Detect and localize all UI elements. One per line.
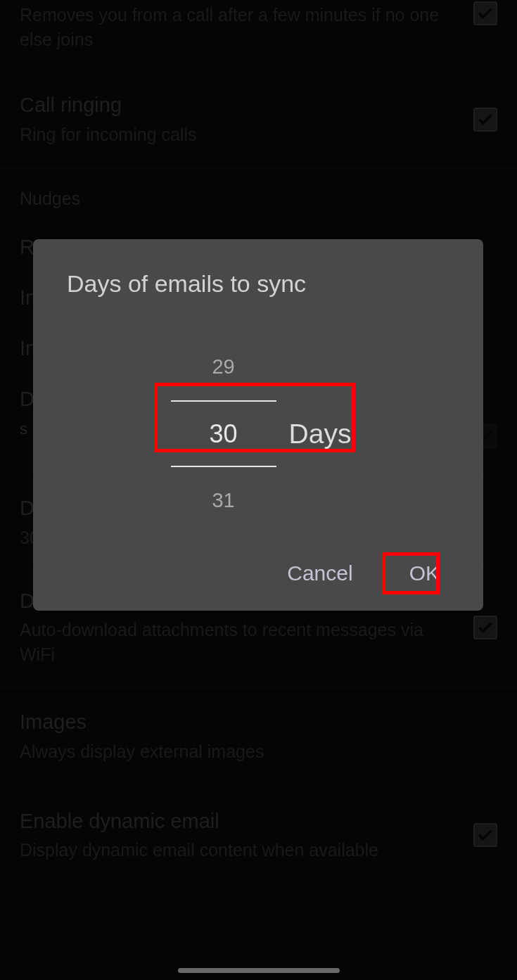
picker-current[interactable]: 30	[171, 400, 276, 467]
dialog-title: Days of emails to sync	[67, 270, 455, 298]
days-sync-dialog: Days of emails to sync 29 30 31 Days Can…	[33, 239, 483, 611]
picker-prev[interactable]: 29	[171, 333, 276, 400]
ok-button[interactable]: OK	[402, 557, 447, 590]
picker-unit: Days	[289, 419, 352, 450]
cancel-button[interactable]: Cancel	[280, 557, 359, 590]
picker-column[interactable]: 29 30 31	[171, 333, 276, 534]
number-picker[interactable]: 29 30 31 Days	[67, 326, 455, 542]
dialog-actions: Cancel OK	[67, 542, 455, 590]
picker-next[interactable]: 31	[171, 467, 276, 534]
